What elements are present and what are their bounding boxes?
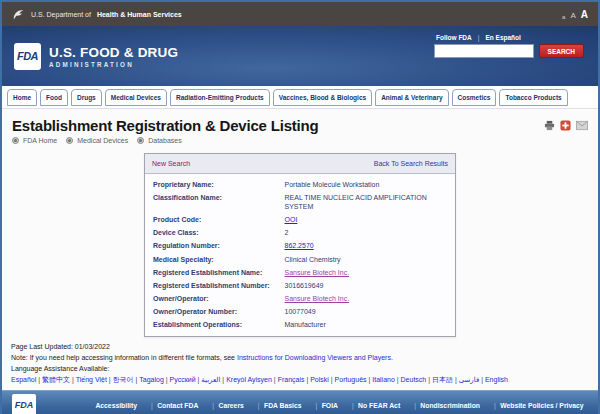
nav-tab[interactable]: Vaccines, Blood & Biologics <box>273 89 372 106</box>
table-row: Product Code: OOI <box>145 213 455 226</box>
language-link[interactable]: 한국어 <box>113 376 134 383</box>
row-value: Clinical Chemistry <box>285 256 341 263</box>
viewers-players-link[interactable]: Instructions for Downloading Viewers and… <box>237 354 393 361</box>
header-search-area: Follow FDA | En Español SEARCH <box>434 34 584 58</box>
row-value[interactable]: Sansure Biotech Inc. <box>285 295 350 302</box>
language-link[interactable]: Tiếng Việt <box>76 376 107 383</box>
row-value: Portable Molecule Workstation <box>285 181 380 188</box>
language-link[interactable]: Italiano <box>372 376 395 383</box>
table-row: Classification Name: REAL TIME NUCLEIC A… <box>145 191 455 213</box>
language-link[interactable]: Tagalog <box>139 376 164 383</box>
font-size-medium-button[interactable]: A <box>570 11 575 20</box>
footer-fda-logo-text: FDA <box>15 400 34 410</box>
language-link[interactable]: Kreyòl Ayisyen <box>226 376 272 383</box>
language-link[interactable]: English <box>485 376 508 383</box>
footer-link[interactable]: FDA Basics <box>264 402 317 409</box>
row-label: Regulation Number: <box>145 239 285 252</box>
follow-fda-link[interactable]: Follow FDA <box>436 34 472 41</box>
breadcrumb-bullet-icon <box>66 137 73 144</box>
footer-link[interactable]: FOIA <box>322 402 354 409</box>
row-value: REAL TIME NUCLEIC ACID AMPLIFICATION SYS… <box>285 194 427 210</box>
breadcrumb-item[interactable]: FDA Home <box>12 137 57 144</box>
table-row: Medical Specialty: Clinical Chemistry <box>145 253 455 266</box>
row-label: Registered Establishment Name: <box>145 266 285 279</box>
page-last-updated: Page Last Updated: 01/03/2022 <box>11 342 589 353</box>
note-text: Note: If you need help accessing informa… <box>11 354 237 361</box>
nav-tab[interactable]: Tobacco Products <box>499 89 567 106</box>
row-label: Owner/Operator: <box>145 292 285 305</box>
table-row: Owner/Operator: Sansure Biotech Inc. <box>145 292 455 305</box>
print-icon[interactable] <box>544 120 555 131</box>
language-link[interactable]: Polski <box>310 376 329 383</box>
nav-tab[interactable]: Cosmetics <box>452 89 497 106</box>
header-link-separator: | <box>478 34 480 41</box>
new-search-link[interactable]: New Search <box>152 160 190 167</box>
share-icon[interactable] <box>560 120 571 131</box>
back-to-search-results-link[interactable]: Back To Search Results <box>374 160 448 167</box>
footer-fda-logo[interactable]: FDA <box>12 394 36 414</box>
search-input[interactable] <box>434 44 534 58</box>
footer-link[interactable]: Careers <box>218 402 259 409</box>
hhs-eagle-icon <box>12 8 25 21</box>
table-row: Registered Establishment Number: 3016619… <box>145 279 455 292</box>
row-label: Medical Specialty: <box>145 253 285 266</box>
row-value: Manufacturer <box>285 321 326 328</box>
language-link[interactable]: 繁體中文 <box>42 376 70 383</box>
breadcrumb-item[interactable]: Databases <box>137 137 181 144</box>
fda-logo-text: FDA <box>17 50 38 62</box>
table-row: Proprietary Name: Portable Molecule Work… <box>145 178 455 191</box>
language-link[interactable]: العربية <box>201 376 220 383</box>
nav-tab[interactable]: Drugs <box>71 89 102 106</box>
page-title: Establishment Registration & Device List… <box>12 117 318 134</box>
search-button[interactable]: SEARCH <box>539 44 584 58</box>
footer-link[interactable]: Contact FDA <box>157 402 214 409</box>
main-content: Establishment Registration & Device List… <box>2 109 598 337</box>
row-label: Registered Establishment Number: <box>145 279 285 292</box>
row-label: Product Code: <box>145 213 285 226</box>
row-value: 2 <box>285 229 289 236</box>
language-link[interactable]: 日本語 <box>432 376 453 383</box>
nav-tab[interactable]: Radiation-Emitting Products <box>170 89 270 106</box>
table-row: Establishment Operations: Manufacturer <box>145 318 455 331</box>
nav-tab[interactable]: Medical Devices <box>105 89 167 106</box>
nav-tab[interactable]: Animal & Veterinary <box>375 89 448 106</box>
table-row: Regulation Number: 862.2570 <box>145 239 455 252</box>
nav-tab[interactable]: Home <box>7 89 37 106</box>
fda-logo[interactable]: FDA <box>14 43 41 70</box>
language-link[interactable]: فارسی <box>459 376 480 383</box>
language-link[interactable]: Русский <box>170 376 196 383</box>
language-link[interactable]: Español <box>11 376 36 383</box>
en-espanol-link[interactable]: En Español <box>485 34 520 41</box>
hhs-department-link[interactable]: U.S. Department of Health & Human Servic… <box>12 8 182 21</box>
footer-bar: FDA Accessibility Contact FDA Careers FD… <box>2 390 598 414</box>
row-value: 3016619649 <box>285 282 324 289</box>
fda-title: U.S. FOOD & DRUG ADMINISTRATION <box>49 45 178 68</box>
breadcrumb: FDA Home Medical Devices Databases <box>12 137 318 144</box>
fda-title-line2: ADMINISTRATION <box>49 61 178 68</box>
row-value[interactable]: Sansure Biotech Inc. <box>285 269 350 276</box>
footer-link[interactable]: No FEAR Act <box>358 402 416 409</box>
email-icon[interactable] <box>576 120 588 131</box>
panel-header: New Search Back To Search Results <box>145 154 455 174</box>
language-link[interactable]: Deutsch <box>401 376 427 383</box>
breadcrumb-item[interactable]: Medical Devices <box>66 137 128 144</box>
row-label: Classification Name: <box>145 191 285 213</box>
main-nav: Home Food Drugs Medical Devices Radiatio… <box>2 86 598 109</box>
font-size-small-button[interactable]: a <box>562 14 565 20</box>
footer-link[interactable]: Website Policies / Privacy <box>500 402 583 409</box>
row-label: Establishment Operations: <box>145 318 285 331</box>
font-size-large-button[interactable]: A <box>581 9 588 20</box>
language-assistance-label: Language Assistance Available: <box>11 365 109 372</box>
row-value[interactable]: 862.2570 <box>285 242 314 249</box>
nav-tab[interactable]: Food <box>40 89 68 106</box>
footer-link[interactable]: Accessibility <box>95 402 152 409</box>
language-link[interactable]: Português <box>335 376 367 383</box>
page-action-icons <box>544 120 588 131</box>
fda-title-line1: U.S. FOOD & DRUG <box>49 45 178 60</box>
fda-header: FDA U.S. FOOD & DRUG ADMINISTRATION Foll… <box>2 26 598 86</box>
row-value[interactable]: OOI <box>285 216 298 223</box>
footer-link[interactable]: Nondiscrimination <box>420 402 495 409</box>
language-link[interactable]: Français <box>278 376 305 383</box>
row-label: Owner/Operator Number: <box>145 305 285 318</box>
file-formats-note: Note: If you need help accessing informa… <box>11 353 589 364</box>
